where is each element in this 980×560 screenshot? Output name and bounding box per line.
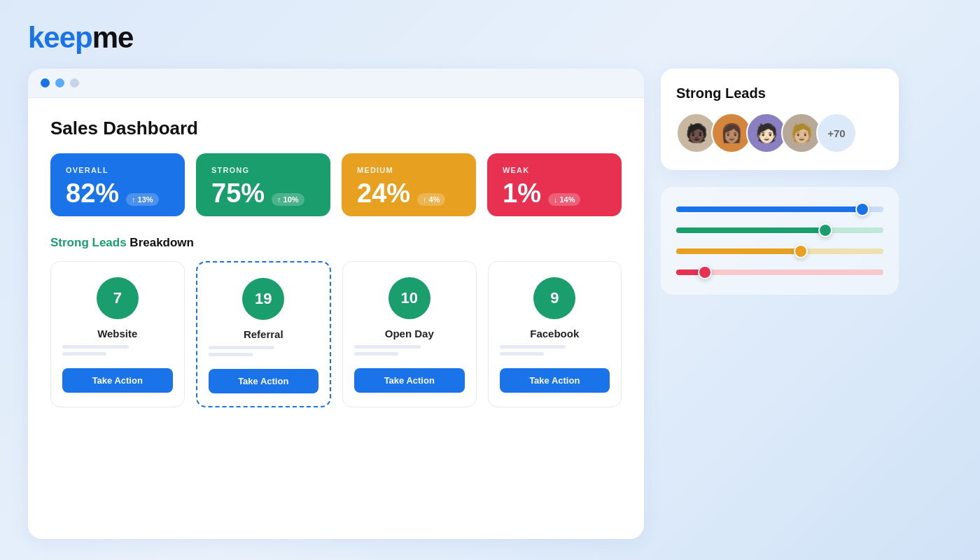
window-dot-2 (55, 78, 64, 88)
stat-label-medium: MEDIUM (357, 166, 461, 174)
breakdown-circle-referral: 19 (242, 278, 284, 320)
stat-value-strong: 75% (211, 180, 265, 206)
breakdown-line-od-1 (354, 345, 421, 349)
avatar-count: +70 (816, 113, 857, 153)
page-title: Sales Dashboard (50, 118, 622, 139)
slider-track-amber[interactable] (676, 248, 883, 254)
slider-row-blue (676, 206, 883, 212)
slider-track-blue[interactable] (676, 206, 883, 212)
breakdown-line-ref-1 (209, 346, 275, 349)
breakdown-lines-facebook (500, 345, 610, 356)
take-action-openday[interactable]: Take Action (354, 368, 465, 393)
breakdown-line-1 (62, 345, 129, 349)
breakdown-lines-website (62, 345, 173, 356)
breakdown-lines-openday (354, 345, 465, 356)
avatar-face-1: 🧑🏿 (678, 114, 715, 152)
breakdown-name-facebook: Facebook (530, 328, 579, 340)
window-dot-1 (41, 78, 50, 88)
stat-value-medium: 24% (357, 180, 410, 206)
dashboard-card: Sales Dashboard OVERALL 82% 13% STRONG 7… (28, 69, 644, 539)
stats-row: OVERALL 82% 13% STRONG 75% 10% MEDIUM (50, 153, 622, 216)
breakdown-line-fb-2 (500, 352, 544, 356)
stat-label-weak: WEAK (503, 166, 606, 174)
stat-value-row-weak: 1% 14% (503, 180, 606, 206)
stat-card-overall: OVERALL 82% 13% (50, 153, 185, 216)
stat-badge-strong: 10% (272, 193, 304, 206)
take-action-referral[interactable]: Take Action (209, 369, 319, 393)
breakdown-card-website: 7 Website Take Action (50, 261, 185, 407)
breakdown-circle-openday: 10 (388, 277, 430, 319)
logo: keepme (28, 21, 952, 55)
slider-row-amber (676, 248, 883, 254)
breakdown-line-od-2 (354, 352, 398, 356)
slider-fill-green (676, 227, 825, 233)
breakdown-card-facebook: 9 Facebook Take Action (488, 261, 622, 407)
slider-thumb-blue[interactable] (855, 202, 869, 216)
stat-card-medium: MEDIUM 24% 4% (342, 153, 476, 216)
stat-badge-weak: 14% (548, 193, 581, 206)
dashboard-content: Sales Dashboard OVERALL 82% 13% STRONG 7… (28, 98, 644, 427)
slider-fill-blue (676, 206, 862, 212)
logo-me: me (92, 21, 134, 54)
slider-fill-amber (676, 248, 801, 254)
breakdown-name-referral: Referral (244, 328, 284, 340)
breakdown-title-rest: Breakdown (127, 236, 194, 249)
stat-badge-medium: 4% (417, 193, 445, 206)
main-layout: Sales Dashboard OVERALL 82% 13% STRONG 7… (28, 69, 952, 539)
stat-badge-overall: 13% (126, 193, 159, 206)
stat-value-weak: 1% (503, 180, 541, 206)
stat-value-row-overall: 82% 13% (66, 180, 169, 206)
stat-value-row-medium: 24% 4% (357, 180, 461, 206)
avatar-face-2: 👩🏽 (713, 114, 750, 152)
stat-label-strong: STRONG (211, 166, 315, 174)
strong-leads-title: Strong Leads (676, 85, 883, 102)
stat-card-weak: WEAK 1% 14% (487, 153, 622, 216)
sliders-panel (661, 187, 899, 295)
window-dot-3 (70, 78, 79, 88)
logo-keep: keep (28, 21, 92, 54)
breakdown-lines-referral (209, 346, 319, 356)
slider-row-red (676, 270, 883, 275)
stat-value-overall: 82% (66, 180, 119, 206)
stat-label-overall: OVERALL (66, 166, 169, 174)
slider-thumb-red[interactable] (698, 265, 712, 279)
window-bar (28, 69, 644, 98)
slider-track-green[interactable] (676, 227, 883, 233)
avatars-row: 🧑🏿 👩🏽 🧑🏻 🧑🏼 +70 (676, 113, 883, 153)
slider-row-green (676, 227, 883, 233)
breakdown-circle-website: 7 (97, 277, 139, 319)
breakdown-title: Strong Leads Breakdown (50, 236, 622, 250)
stat-card-strong: STRONG 75% 10% (196, 153, 330, 216)
avatar-face-4: 🧑🏼 (783, 114, 820, 152)
stat-value-row-strong: 75% 10% (211, 180, 315, 206)
take-action-facebook[interactable]: Take Action (500, 368, 610, 393)
breakdown-line-fb-1 (500, 345, 566, 349)
right-panel: Strong Leads 🧑🏿 👩🏽 🧑🏻 🧑🏼 +70 (661, 69, 899, 539)
breakdown-cards: 7 Website Take Action 19 Referral (50, 261, 622, 407)
breakdown-name-openday: Open Day (385, 328, 434, 340)
breakdown-title-green: Strong Leads (50, 236, 127, 249)
breakdown-card-referral: 19 Referral Take Action (196, 261, 332, 407)
breakdown-line-2 (62, 352, 106, 356)
slider-thumb-amber[interactable] (794, 244, 808, 258)
breakdown-name-website: Website (97, 328, 137, 340)
take-action-website[interactable]: Take Action (62, 368, 173, 393)
strong-leads-card: Strong Leads 🧑🏿 👩🏽 🧑🏻 🧑🏼 +70 (661, 69, 899, 170)
avatar-face-3: 🧑🏻 (748, 114, 785, 152)
breakdown-card-openday: 10 Open Day Take Action (342, 261, 477, 407)
breakdown-line-ref-2 (209, 353, 253, 356)
slider-track-red[interactable] (676, 270, 883, 275)
breakdown-circle-facebook: 9 (533, 277, 575, 319)
slider-thumb-green[interactable] (818, 223, 832, 237)
